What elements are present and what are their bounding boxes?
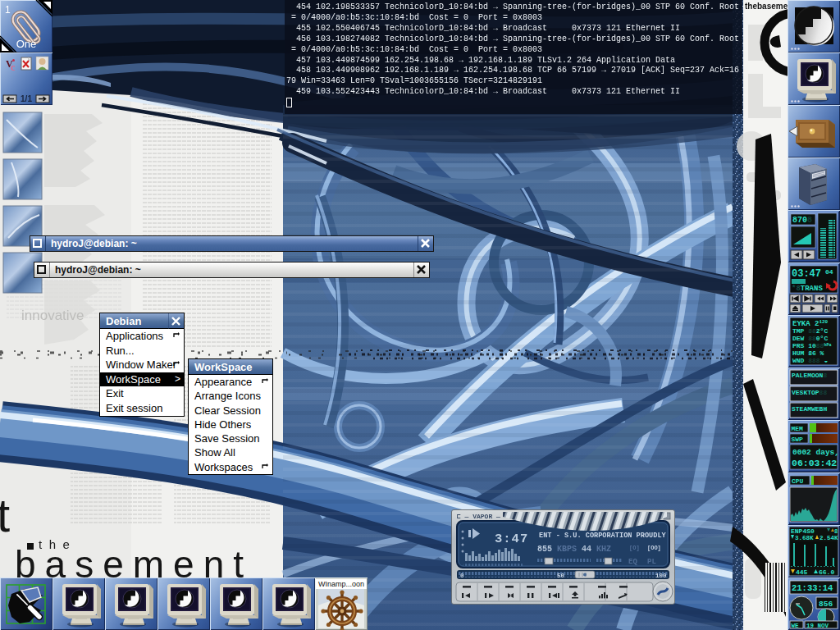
svg-text:445: 445: [796, 568, 808, 576]
svg-text:WE: WE: [792, 623, 800, 629]
svg-text:04: 04: [825, 268, 833, 276]
svg-text:c: c: [11, 62, 16, 73]
svg-text:t: t: [0, 488, 10, 541]
svg-text:856: 856: [819, 600, 833, 609]
svg-text:1/1: 1/1: [21, 94, 32, 103]
svg-text:3.68K: 3.68K: [795, 535, 814, 541]
svg-text:[O]: [O]: [629, 545, 640, 551]
svg-text:CPU: CPU: [792, 477, 804, 485]
svg-text:2.54K: 2.54K: [819, 535, 838, 541]
svg-text:VESKTOP88: VESKTOP88: [792, 389, 827, 396]
svg-text:⊏ — VAPOR —: ⊏ — VAPOR —: [457, 513, 500, 520]
svg-text:19 NOV: 19 NOV: [806, 623, 829, 629]
svg-text:ENT - S.U. CORPORATION PROUDLY: ENT - S.U. CORPORATION PROUDLY: [539, 532, 667, 540]
svg-text:STEAMWEBH: STEAMWEBH: [792, 405, 827, 413]
svg-text:[OO]: [OO]: [647, 545, 661, 551]
svg-text:EQ: EQ: [628, 558, 637, 566]
svg-text:0: 0: [460, 573, 464, 579]
svg-text:SWP: SWP: [792, 436, 804, 443]
svg-text:MEM: MEM: [792, 425, 804, 432]
svg-text:0002 days,: 0002 days,: [792, 448, 839, 457]
svg-text:06:03:42: 06:03:42: [792, 458, 837, 468]
svg-text:855 KBPS 44 KHZ: 855 KBPS 44 KHZ: [537, 545, 611, 554]
svg-text:3:47: 3:47: [495, 532, 528, 546]
svg-text:innovative: innovative: [21, 308, 84, 323]
svg-text:ENP4S0: ENP4S0: [791, 527, 815, 535]
svg-text:PALEMOON8: PALEMOON8: [792, 372, 827, 379]
svg-text:WND 888 ◒: WND 888 ◒: [792, 357, 828, 364]
svg-text:50: 50: [557, 573, 565, 579]
svg-text:03:47: 03:47: [792, 268, 821, 280]
svg-text:*8TRANS: *8TRANS: [792, 285, 823, 293]
svg-text:100: 100: [655, 573, 667, 579]
svg-text:TMP 882°C: TMP 882°C: [792, 327, 828, 335]
svg-text:21:33:14: 21:33:14: [792, 583, 833, 593]
svg-text:8708: 8708: [792, 216, 812, 225]
svg-text:8: 8: [834, 528, 838, 535]
svg-text:DEW 880°C: DEW 880°C: [792, 335, 828, 342]
svg-text:1: 1: [5, 4, 11, 16]
svg-text:One: One: [16, 38, 37, 50]
svg-text:HUM 86 %: HUM 86 %: [792, 349, 824, 357]
svg-text:PL: PL: [647, 558, 656, 566]
svg-text:66.0: 66.0: [819, 568, 834, 576]
